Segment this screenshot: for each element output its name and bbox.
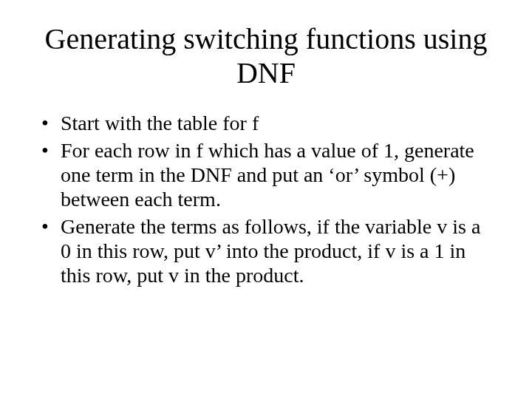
bullet-list: Start with the table for f For each row … [37,111,495,287]
slide: Generating switching functions using DNF… [0,0,532,399]
slide-title: Generating switching functions using DNF [37,22,495,90]
list-item: Start with the table for f [37,111,495,135]
list-item: Generate the terms as follows, if the va… [37,214,495,287]
slide-body: Start with the table for f For each row … [37,111,495,287]
list-item: For each row in f which has a value of 1… [37,138,495,211]
